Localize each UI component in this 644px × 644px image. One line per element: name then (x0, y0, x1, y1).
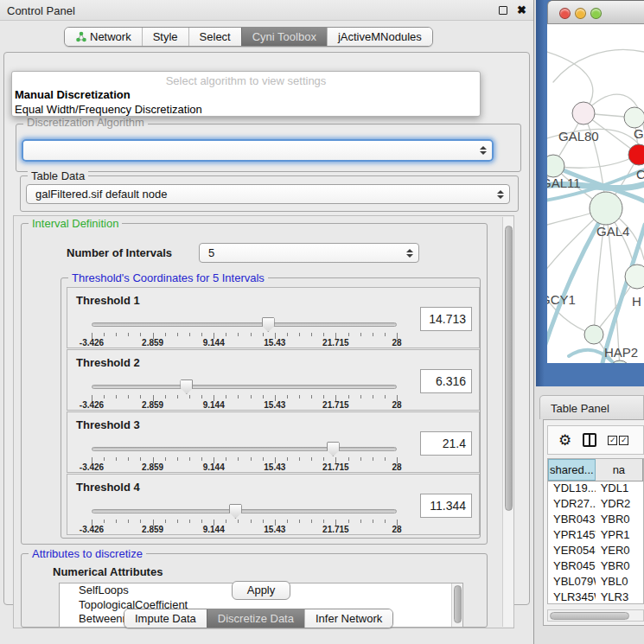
network-node-c[interactable] (628, 144, 644, 165)
column-header[interactable]: shared... (548, 459, 596, 481)
network-window-titlebar[interactable] (547, 0, 644, 24)
column-header[interactable]: na (596, 459, 643, 481)
group-title: Discretization Algorithm (23, 116, 148, 129)
table-row[interactable]: YBR045CYBR0 (548, 559, 643, 575)
slider-thumb[interactable] (262, 317, 275, 332)
network-edge[interactable] (547, 283, 594, 335)
slider-track[interactable] (92, 385, 397, 389)
network-edge[interactable] (553, 49, 644, 82)
network-node-gal4[interactable] (590, 192, 622, 225)
table-row[interactable]: YER054CYER0 (548, 544, 643, 559)
tab-select[interactable]: Select (188, 28, 241, 46)
slider-track[interactable] (92, 447, 397, 451)
table-data-select[interactable]: galFiltered.sif default node (26, 184, 510, 204)
tab-label: Network (90, 30, 131, 43)
table-cell: YBL0 (596, 575, 643, 590)
network-node-gal80[interactable] (572, 102, 595, 124)
threshold-row-2: Threshold 2-3.4262.8599.14415.4321.71528… (67, 349, 480, 411)
threshold-value-field[interactable]: 14.713 (420, 307, 472, 331)
tab-label: Cyni Toolbox (252, 30, 316, 43)
table-cell: YPR145W (548, 528, 596, 544)
tab-cyni-toolbox[interactable]: Cyni Toolbox (241, 28, 327, 46)
control-panel-tabs: NetworkStyleSelectCyni ToolboxjActiveMNo… (64, 27, 433, 47)
thresholds-group: Threshold's Coordinates for 5 Intervals … (61, 277, 481, 539)
settings-scrollbar[interactable] (502, 217, 513, 627)
checkbox-icons: ✓ ✓ (608, 436, 628, 445)
table-cell: YBR0 (596, 559, 643, 575)
node-label: C (636, 167, 644, 182)
threshold-slider[interactable] (92, 319, 397, 331)
threshold-row-3: Threshold 3-3.4262.8599.14415.4321.71528… (67, 411, 480, 473)
network-node-ga[interactable] (624, 107, 644, 128)
checkbox-icon[interactable]: ✓ (608, 436, 617, 445)
slider-track[interactable] (92, 322, 397, 327)
network-node-hap2[interactable] (584, 325, 603, 344)
group-title: Attributes to discretize (29, 547, 146, 560)
slider-tick-labels: -3.4262.8599.14415.4321.71528 (92, 525, 397, 535)
node-table[interactable]: shared...na YDL19...YDL1YDR27...YDR2YBR0… (547, 458, 644, 604)
float-window-icon[interactable] (499, 6, 507, 15)
minimize-traffic-light[interactable] (575, 8, 586, 19)
table-cell: YLR3 (596, 590, 643, 604)
slider-thumb[interactable] (327, 442, 340, 456)
network-canvas[interactable]: GAL80GACGAL11GAL4GCY1HHAP2 (547, 24, 644, 363)
checkbox-icon[interactable]: ✓ (619, 436, 628, 445)
numerical-attributes-label: Numerical Attributes (53, 565, 163, 578)
zoom-traffic-light[interactable] (590, 8, 602, 19)
threshold-slider[interactable] (92, 506, 397, 518)
tab-discretize-data[interactable]: Discretize Data (207, 609, 304, 628)
table-row[interactable]: YPR145WYPR1 (548, 528, 643, 544)
group-title: Threshold's Coordinates for 5 Intervals (68, 271, 268, 284)
slider-thumb[interactable] (229, 504, 242, 519)
threshold-slider[interactable] (92, 443, 397, 456)
threshold-value-field[interactable]: 6.316 (420, 369, 472, 393)
tab-style[interactable]: Style (142, 28, 188, 46)
close-icon[interactable]: ✖ (517, 3, 526, 16)
slider-thumb[interactable] (180, 379, 193, 394)
popup-option-manual-discretization[interactable]: Manual Discretization (14, 88, 477, 101)
table-row[interactable]: YDR27...YDR2 (548, 497, 643, 513)
cyni-toolbox-panel: Discretization Algorithm Table Data galF… (3, 52, 530, 605)
algorithm-select[interactable] (22, 139, 494, 162)
threshold-row-1: Threshold 1-3.4262.8599.14415.4321.71528… (67, 287, 480, 348)
tab-label: Discretize Data (218, 612, 294, 625)
tab-infer-network[interactable]: Infer Network (304, 609, 392, 628)
table-row[interactable]: YBL079WYBL0 (548, 575, 643, 590)
threshold-slider[interactable] (92, 381, 397, 393)
close-traffic-light[interactable] (559, 8, 571, 19)
slider-track[interactable] (92, 509, 397, 513)
combo-spinner-icon (497, 190, 504, 199)
settings-scroll-area: Interval Definition Number of Intervals … (13, 215, 514, 628)
apply-button[interactable]: Apply (232, 581, 290, 600)
list-scrollbar[interactable] (451, 583, 462, 627)
threshold-label: Threshold 4 (76, 481, 140, 494)
table-cell: YDL19... (548, 481, 596, 497)
table-cell: YBL079W (548, 575, 596, 590)
table-panel-body: ⚙ ✓ ✓ shared...na YDL19...YDL1YDR27...YD… (543, 419, 644, 626)
popup-option-equal-width-frequency[interactable]: Equal Width/Frequency Discretization (14, 103, 477, 116)
tab-label: Style (153, 30, 178, 43)
table-row[interactable]: YLR345WYLR3 (548, 590, 643, 604)
network-edge[interactable] (553, 155, 639, 168)
table-row[interactable]: YDL19...YDL1 (548, 481, 643, 497)
node-label: GAL80 (558, 129, 599, 143)
gear-icon[interactable]: ⚙ (558, 433, 571, 448)
threshold-rows: Threshold 1-3.4262.8599.14415.4321.71528… (63, 287, 480, 536)
table-cell: YDR2 (596, 497, 643, 513)
threshold-value-field[interactable]: 21.4 (420, 431, 472, 456)
split-columns-icon[interactable] (583, 433, 596, 447)
table-cell: YBR043C (548, 513, 596, 528)
threshold-value-field[interactable]: 11.344 (420, 494, 472, 518)
popup-placeholder-item[interactable]: Select algorithm to view settings (12, 74, 480, 87)
table-header-row: shared...na (548, 459, 643, 481)
interval-definition-group: Interval Definition Number of Intervals … (21, 223, 488, 545)
table-panel-titlebar[interactable]: Table Panel (539, 395, 644, 419)
group-title: Interval Definition (29, 217, 122, 230)
number-of-intervals-select[interactable]: 5 (199, 243, 419, 263)
tab-jactivemnodules[interactable]: jActiveMNodules (327, 28, 432, 46)
tab-network[interactable]: Network (65, 28, 142, 46)
tab-impute-data[interactable]: Impute Data (124, 609, 207, 628)
table-horizontal-scrollbar[interactable] (547, 609, 644, 622)
table-row[interactable]: YBR043CYBR0 (548, 513, 643, 528)
combo-spinner-icon (480, 146, 487, 155)
